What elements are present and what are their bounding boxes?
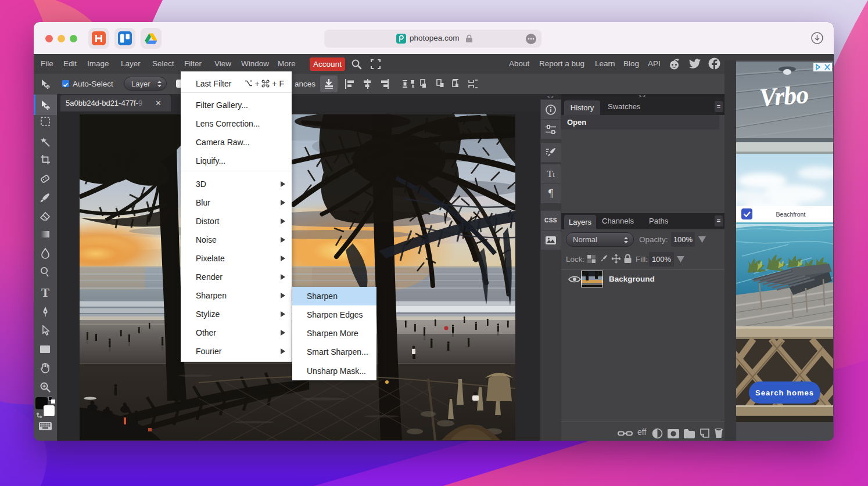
svg-text:Vrbo: Vrbo bbox=[758, 80, 809, 112]
svg-text:Search homes: Search homes bbox=[755, 388, 814, 397]
svg-text:Beachfront: Beachfront bbox=[776, 211, 806, 218]
